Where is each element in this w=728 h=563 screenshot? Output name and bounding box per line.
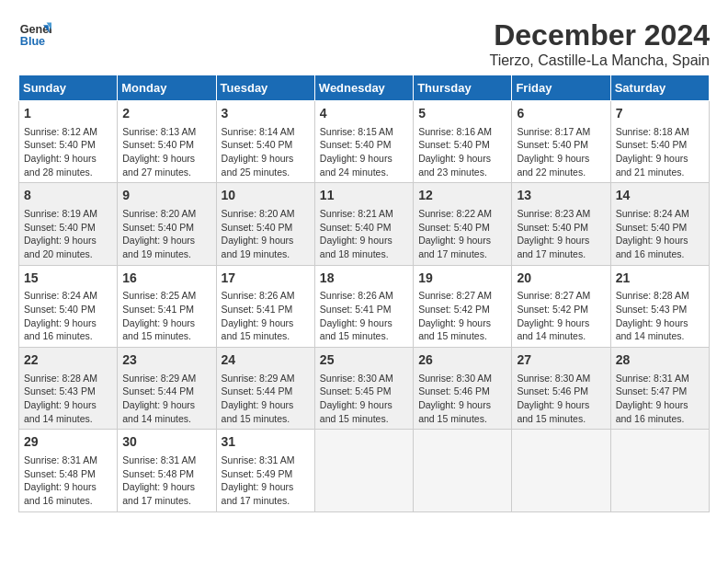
day-info: Sunrise: 8:18 AM Sunset: 5:40 PM Dayligh… bbox=[616, 125, 704, 179]
day-number: 24 bbox=[222, 351, 310, 370]
day-info: Sunrise: 8:16 AM Sunset: 5:40 PM Dayligh… bbox=[418, 125, 506, 179]
day-number: 11 bbox=[320, 187, 408, 205]
calendar-day-cell: 9Sunrise: 8:20 AM Sunset: 5:40 PM Daylig… bbox=[118, 183, 216, 265]
day-number: 17 bbox=[222, 270, 310, 288]
day-info: Sunrise: 8:12 AM Sunset: 5:40 PM Dayligh… bbox=[24, 125, 112, 179]
day-info: Sunrise: 8:30 AM Sunset: 5:46 PM Dayligh… bbox=[517, 372, 605, 426]
day-number: 27 bbox=[517, 351, 605, 370]
calendar-day-cell: 28Sunrise: 8:31 AM Sunset: 5:47 PM Dayli… bbox=[610, 348, 709, 430]
calendar-day-cell: 15Sunrise: 8:24 AM Sunset: 5:40 PM Dayli… bbox=[19, 265, 118, 347]
day-info: Sunrise: 8:29 AM Sunset: 5:44 PM Dayligh… bbox=[222, 372, 310, 426]
calendar-header-thursday: Thursday bbox=[414, 75, 512, 101]
calendar-day-cell bbox=[314, 430, 413, 511]
day-info: Sunrise: 8:27 AM Sunset: 5:42 PM Dayligh… bbox=[517, 289, 605, 343]
day-info: Sunrise: 8:17 AM Sunset: 5:40 PM Dayligh… bbox=[517, 125, 605, 179]
calendar-week-row: 22Sunrise: 8:28 AM Sunset: 5:43 PM Dayli… bbox=[19, 348, 710, 430]
day-info: Sunrise: 8:20 AM Sunset: 5:40 PM Dayligh… bbox=[122, 207, 210, 261]
calendar-day-cell: 22Sunrise: 8:28 AM Sunset: 5:43 PM Dayli… bbox=[19, 348, 118, 430]
day-number: 2 bbox=[122, 105, 210, 123]
day-number: 18 bbox=[320, 270, 408, 288]
calendar-day-cell: 26Sunrise: 8:30 AM Sunset: 5:46 PM Dayli… bbox=[414, 348, 512, 430]
calendar-day-cell: 4Sunrise: 8:15 AM Sunset: 5:40 PM Daylig… bbox=[314, 101, 413, 183]
calendar-day-cell: 31Sunrise: 8:31 AM Sunset: 5:49 PM Dayli… bbox=[216, 430, 314, 511]
day-info: Sunrise: 8:31 AM Sunset: 5:48 PM Dayligh… bbox=[122, 454, 210, 508]
calendar-week-row: 15Sunrise: 8:24 AM Sunset: 5:40 PM Dayli… bbox=[19, 265, 710, 347]
calendar-week-row: 29Sunrise: 8:31 AM Sunset: 5:48 PM Dayli… bbox=[19, 430, 710, 511]
calendar-day-cell: 19Sunrise: 8:27 AM Sunset: 5:42 PM Dayli… bbox=[414, 265, 512, 347]
day-info: Sunrise: 8:27 AM Sunset: 5:42 PM Dayligh… bbox=[418, 289, 506, 343]
calendar-week-row: 8Sunrise: 8:19 AM Sunset: 5:40 PM Daylig… bbox=[19, 183, 710, 265]
day-info: Sunrise: 8:15 AM Sunset: 5:40 PM Dayligh… bbox=[320, 125, 408, 179]
day-info: Sunrise: 8:14 AM Sunset: 5:40 PM Dayligh… bbox=[222, 125, 310, 179]
day-number: 25 bbox=[320, 351, 408, 370]
day-number: 5 bbox=[418, 105, 506, 123]
calendar-day-cell: 24Sunrise: 8:29 AM Sunset: 5:44 PM Dayli… bbox=[216, 348, 314, 430]
calendar-header-saturday: Saturday bbox=[610, 75, 709, 101]
logo: General Blue bbox=[18, 18, 51, 52]
calendar-header-tuesday: Tuesday bbox=[216, 75, 314, 101]
calendar-day-cell: 16Sunrise: 8:25 AM Sunset: 5:41 PM Dayli… bbox=[118, 265, 216, 347]
subtitle: Tierzo, Castille-La Mancha, Spain bbox=[489, 52, 710, 69]
calendar-day-cell: 20Sunrise: 8:27 AM Sunset: 5:42 PM Dayli… bbox=[512, 265, 610, 347]
day-number: 31 bbox=[222, 433, 310, 452]
day-number: 14 bbox=[616, 187, 704, 205]
calendar-day-cell: 18Sunrise: 8:26 AM Sunset: 5:41 PM Dayli… bbox=[314, 265, 413, 347]
day-number: 21 bbox=[616, 270, 704, 288]
calendar-header-wednesday: Wednesday bbox=[314, 75, 413, 101]
calendar-day-cell: 5Sunrise: 8:16 AM Sunset: 5:40 PM Daylig… bbox=[414, 101, 512, 183]
day-number: 7 bbox=[616, 105, 704, 123]
logo-icon: General Blue bbox=[18, 18, 51, 52]
day-info: Sunrise: 8:13 AM Sunset: 5:40 PM Dayligh… bbox=[122, 125, 210, 179]
calendar-day-cell: 2Sunrise: 8:13 AM Sunset: 5:40 PM Daylig… bbox=[118, 101, 216, 183]
day-info: Sunrise: 8:20 AM Sunset: 5:40 PM Dayligh… bbox=[222, 207, 310, 261]
day-number: 10 bbox=[222, 187, 310, 205]
calendar-day-cell: 13Sunrise: 8:23 AM Sunset: 5:40 PM Dayli… bbox=[512, 183, 610, 265]
day-info: Sunrise: 8:31 AM Sunset: 5:47 PM Dayligh… bbox=[616, 372, 704, 426]
day-info: Sunrise: 8:23 AM Sunset: 5:40 PM Dayligh… bbox=[517, 207, 605, 261]
day-info: Sunrise: 8:31 AM Sunset: 5:49 PM Dayligh… bbox=[222, 454, 310, 508]
day-info: Sunrise: 8:19 AM Sunset: 5:40 PM Dayligh… bbox=[24, 207, 112, 261]
calendar-header-row: SundayMondayTuesdayWednesdayThursdayFrid… bbox=[19, 75, 710, 101]
day-info: Sunrise: 8:22 AM Sunset: 5:40 PM Dayligh… bbox=[418, 207, 506, 261]
calendar-day-cell: 1Sunrise: 8:12 AM Sunset: 5:40 PM Daylig… bbox=[19, 101, 118, 183]
main-title: December 2024 bbox=[489, 18, 710, 52]
calendar-day-cell bbox=[610, 430, 709, 511]
calendar-week-row: 1Sunrise: 8:12 AM Sunset: 5:40 PM Daylig… bbox=[19, 101, 710, 183]
day-number: 8 bbox=[24, 187, 112, 205]
calendar-day-cell bbox=[512, 430, 610, 511]
calendar-day-cell: 29Sunrise: 8:31 AM Sunset: 5:48 PM Dayli… bbox=[19, 430, 118, 511]
calendar-day-cell: 23Sunrise: 8:29 AM Sunset: 5:44 PM Dayli… bbox=[118, 348, 216, 430]
calendar-header-friday: Friday bbox=[512, 75, 610, 101]
day-number: 30 bbox=[122, 433, 210, 452]
day-number: 29 bbox=[24, 433, 112, 452]
day-info: Sunrise: 8:26 AM Sunset: 5:41 PM Dayligh… bbox=[222, 289, 310, 343]
day-info: Sunrise: 8:28 AM Sunset: 5:43 PM Dayligh… bbox=[24, 372, 112, 426]
calendar-header-monday: Monday bbox=[118, 75, 216, 101]
calendar-day-cell: 21Sunrise: 8:28 AM Sunset: 5:43 PM Dayli… bbox=[610, 265, 709, 347]
day-number: 13 bbox=[517, 187, 605, 205]
calendar-day-cell: 25Sunrise: 8:30 AM Sunset: 5:45 PM Dayli… bbox=[314, 348, 413, 430]
day-number: 26 bbox=[418, 351, 506, 370]
day-info: Sunrise: 8:31 AM Sunset: 5:48 PM Dayligh… bbox=[24, 454, 112, 508]
day-number: 4 bbox=[320, 105, 408, 123]
calendar-day-cell: 8Sunrise: 8:19 AM Sunset: 5:40 PM Daylig… bbox=[19, 183, 118, 265]
day-number: 1 bbox=[24, 105, 112, 123]
day-info: Sunrise: 8:24 AM Sunset: 5:40 PM Dayligh… bbox=[24, 289, 112, 343]
day-number: 6 bbox=[517, 105, 605, 123]
day-info: Sunrise: 8:25 AM Sunset: 5:41 PM Dayligh… bbox=[122, 289, 210, 343]
day-info: Sunrise: 8:24 AM Sunset: 5:40 PM Dayligh… bbox=[616, 207, 704, 261]
day-info: Sunrise: 8:30 AM Sunset: 5:46 PM Dayligh… bbox=[418, 372, 506, 426]
day-number: 16 bbox=[122, 270, 210, 288]
calendar-day-cell: 27Sunrise: 8:30 AM Sunset: 5:46 PM Dayli… bbox=[512, 348, 610, 430]
day-info: Sunrise: 8:29 AM Sunset: 5:44 PM Dayligh… bbox=[122, 372, 210, 426]
day-info: Sunrise: 8:26 AM Sunset: 5:41 PM Dayligh… bbox=[320, 289, 408, 343]
day-number: 3 bbox=[222, 105, 310, 123]
day-info: Sunrise: 8:30 AM Sunset: 5:45 PM Dayligh… bbox=[320, 372, 408, 426]
svg-text:Blue: Blue bbox=[20, 35, 45, 48]
calendar-day-cell bbox=[414, 430, 512, 511]
day-info: Sunrise: 8:21 AM Sunset: 5:40 PM Dayligh… bbox=[320, 207, 408, 261]
calendar-day-cell: 7Sunrise: 8:18 AM Sunset: 5:40 PM Daylig… bbox=[610, 101, 709, 183]
calendar-day-cell: 30Sunrise: 8:31 AM Sunset: 5:48 PM Dayli… bbox=[118, 430, 216, 511]
calendar-day-cell: 12Sunrise: 8:22 AM Sunset: 5:40 PM Dayli… bbox=[414, 183, 512, 265]
day-number: 28 bbox=[616, 351, 704, 370]
